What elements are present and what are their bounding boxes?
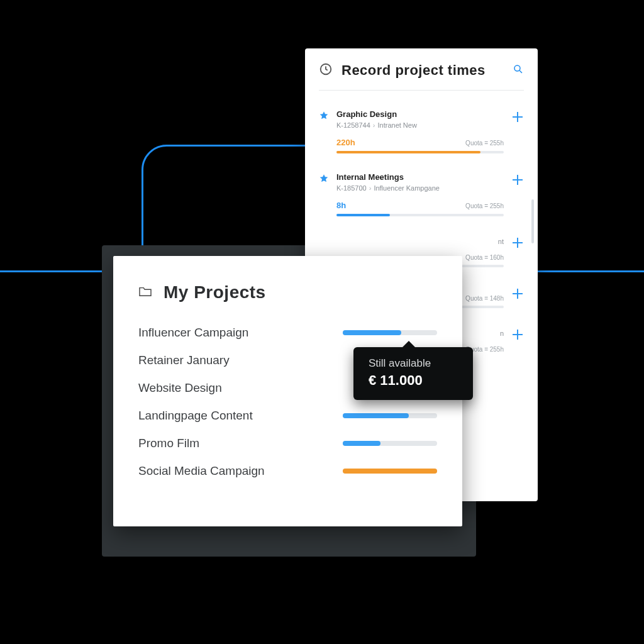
project-label: Promo Film: [138, 436, 199, 450]
tooltip-value: € 11.000: [369, 372, 458, 389]
tooltip-still-available: Still available € 11.000: [353, 347, 473, 400]
star-icon[interactable]: [319, 112, 329, 123]
project-row[interactable]: Landingpage Content: [138, 402, 437, 430]
project-row[interactable]: Social Media Campaign: [138, 457, 437, 485]
tooltip-label: Still available: [369, 357, 458, 370]
project-label: Landingpage Content: [138, 409, 253, 423]
plus-icon[interactable]: [511, 328, 524, 341]
project-row[interactable]: Promo Film: [138, 430, 437, 457]
record-item-sub: nt: [336, 238, 504, 245]
project-progress-bar: [343, 469, 437, 474]
record-item-name: Graphic Design: [336, 109, 504, 119]
clock-icon: [319, 62, 333, 79]
record-item-name: Internal Meetings: [336, 172, 504, 182]
record-quota: Quota = 255h: [465, 140, 504, 147]
project-label: Retainer January: [138, 353, 230, 367]
plus-icon[interactable]: [511, 236, 524, 249]
record-header: Record project times: [319, 62, 524, 91]
project-label: Influencer Campaign: [138, 326, 248, 340]
projects-title: My Projects: [164, 282, 266, 303]
project-label: Website Design: [138, 381, 222, 395]
record-progress-bar: [336, 214, 504, 216]
project-progress-bar: [343, 441, 437, 446]
projects-header: My Projects: [138, 282, 437, 303]
record-item-sub: K-185700›Influencer Kampgane: [336, 184, 504, 192]
record-hours: 8h: [336, 201, 346, 210]
record-item[interactable]: Graphic Design K-1258744›Intranet New 22…: [319, 102, 524, 165]
record-quota: Quota = 148h: [465, 295, 504, 302]
star-icon[interactable]: [319, 175, 329, 186]
plus-icon[interactable]: [511, 111, 524, 123]
record-quota: Quota = 255h: [465, 203, 504, 209]
record-item-sub: K-1258744›Intranet New: [336, 121, 504, 129]
record-title: Record project times: [341, 62, 504, 79]
record-hours: 220h: [336, 138, 355, 147]
record-progress-bar: [336, 151, 504, 153]
svg-point-1: [514, 65, 520, 71]
project-row[interactable]: Influencer Campaign: [138, 319, 437, 347]
scrollbar[interactable]: [531, 199, 534, 243]
plus-icon[interactable]: [511, 174, 524, 186]
project-progress-bar: [343, 330, 437, 335]
search-icon[interactable]: [513, 64, 524, 77]
record-quota: Quota = 160h: [465, 254, 504, 261]
plus-icon[interactable]: [511, 287, 524, 300]
folder-icon: [138, 286, 152, 299]
project-label: Social Media Campaign: [138, 464, 265, 478]
project-progress-bar: [343, 413, 437, 418]
record-item[interactable]: Internal Meetings K-185700›Influencer Ka…: [319, 165, 524, 228]
